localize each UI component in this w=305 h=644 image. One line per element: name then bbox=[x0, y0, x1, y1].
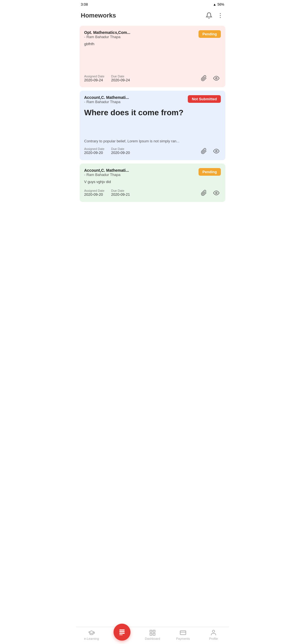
status-bar-right: ▲ 56% bbox=[213, 3, 224, 6]
profile-icon bbox=[210, 629, 217, 636]
card-3-view-icon[interactable] bbox=[212, 188, 221, 197]
nav-elearning-label: e-Learning bbox=[84, 637, 99, 640]
card-2-actions bbox=[199, 147, 221, 156]
svg-point-5 bbox=[215, 192, 217, 194]
svg-rect-13 bbox=[153, 633, 155, 635]
card-1-view-icon[interactable] bbox=[212, 74, 221, 83]
card-3-due-label: Due Date bbox=[111, 189, 130, 192]
homework-list: Opt. Mathematics,Com... - Ram Bahadur Th… bbox=[76, 23, 229, 644]
svg-rect-7 bbox=[119, 631, 125, 632]
status-bar: 3:08 ▲ 56% bbox=[76, 0, 229, 9]
card-3-status-badge: Pending bbox=[199, 168, 221, 176]
card-3-subject: Account,C. Mathemati... bbox=[84, 168, 129, 173]
nav-homeworks[interactable] bbox=[114, 629, 130, 641]
nav-payments[interactable]: Payments bbox=[175, 629, 191, 640]
nav-dashboard-label: Dashboard bbox=[145, 637, 160, 640]
card-2-header: Account,C. Mathemati... - Ram Bahadur Th… bbox=[84, 95, 221, 106]
payments-icon bbox=[179, 629, 187, 636]
card-1-actions bbox=[199, 74, 221, 83]
card-1-spacer bbox=[84, 48, 221, 71]
elearning-icon bbox=[88, 629, 95, 636]
bell-icon[interactable] bbox=[205, 12, 213, 19]
card-2-assigned: Assigned Date 2020-09-20 bbox=[84, 147, 104, 155]
svg-rect-6 bbox=[119, 630, 125, 631]
card-2-excerpt: Contrary to popular belief, Lorem Ipsum … bbox=[84, 139, 221, 143]
card-2-dates: Assigned Date 2020-09-20 Due Date 2020-0… bbox=[84, 147, 130, 155]
time: 3:08 bbox=[81, 2, 88, 6]
battery: 56% bbox=[217, 3, 224, 6]
svg-point-16 bbox=[212, 630, 215, 632]
card-1-attachment-icon[interactable] bbox=[199, 74, 208, 83]
card-3-actions bbox=[199, 188, 221, 197]
header-icons bbox=[205, 12, 224, 19]
card-3-attachment-icon[interactable] bbox=[199, 188, 208, 197]
more-icon[interactable] bbox=[216, 12, 224, 19]
card-1-teacher: - Ram Bahadur Thapa bbox=[84, 35, 130, 39]
card-1-subject: Opt. Mathematics,Com... bbox=[84, 30, 130, 35]
page-header: Homeworks bbox=[76, 9, 229, 23]
card-2-assigned-value: 2020-09-20 bbox=[84, 151, 104, 155]
card-2-status-badge: Not Submitted bbox=[188, 95, 221, 103]
card-3-dates: Assigned Date 2020-09-20 Due Date 2020-0… bbox=[84, 189, 130, 197]
signal-icon: ▲ bbox=[213, 3, 216, 6]
card-1-due-label: Due Date bbox=[111, 75, 130, 78]
card-3-body: V guys vghjv did bbox=[84, 180, 221, 184]
card-3-assigned-value: 2020-09-20 bbox=[84, 192, 104, 197]
svg-point-0 bbox=[220, 13, 221, 14]
card-2-attachment-icon[interactable] bbox=[199, 147, 208, 156]
nav-profile-label: Profile bbox=[209, 637, 218, 640]
nav-dashboard[interactable]: Dashboard bbox=[144, 629, 161, 640]
card-2-teacher: - Ram Bahadur Thapa bbox=[84, 100, 129, 104]
card-1-assigned-label: Assigned Date bbox=[84, 75, 104, 78]
card-3-teacher: - Ram Bahadur Thapa bbox=[84, 173, 129, 177]
bottom-navigation: e-Learning Dashboard bbox=[76, 627, 229, 644]
card-2-due: Due Date 2020-09-20 bbox=[111, 147, 130, 155]
card-1-due-value: 2020-09-24 bbox=[111, 78, 130, 82]
card-3-due-value: 2020-09-21 bbox=[111, 192, 130, 197]
svg-rect-9 bbox=[119, 634, 123, 635]
card-2-due-value: 2020-09-20 bbox=[111, 151, 130, 155]
card-1-footer: Assigned Date 2020-09-24 Due Date 2020-0… bbox=[84, 74, 221, 83]
card-3-due: Due Date 2020-09-21 bbox=[111, 189, 130, 197]
card-3-subject-block: Account,C. Mathemati... - Ram Bahadur Th… bbox=[84, 168, 129, 179]
svg-point-1 bbox=[220, 15, 221, 16]
homework-card-2[interactable]: Account,C. Mathemati... - Ram Bahadur Th… bbox=[80, 91, 225, 160]
card-2-view-icon[interactable] bbox=[212, 147, 221, 156]
card-3-assigned: Assigned Date 2020-09-20 bbox=[84, 189, 104, 197]
card-1-assigned-value: 2020-09-24 bbox=[84, 78, 104, 82]
card-2-spacer bbox=[84, 120, 221, 137]
card-1-assigned: Assigned Date 2020-09-24 bbox=[84, 75, 104, 82]
card-2-due-label: Due Date bbox=[111, 147, 130, 151]
card-3-assigned-label: Assigned Date bbox=[84, 189, 104, 192]
card-2-footer: Assigned Date 2020-09-20 Due Date 2020-0… bbox=[84, 147, 221, 156]
homeworks-center-button[interactable] bbox=[114, 624, 130, 641]
svg-rect-14 bbox=[180, 631, 186, 635]
card-1-body: gbfhfh bbox=[84, 42, 221, 46]
svg-rect-11 bbox=[153, 630, 155, 632]
svg-point-3 bbox=[215, 77, 217, 79]
svg-rect-8 bbox=[119, 633, 125, 634]
card-1-due: Due Date 2020-09-24 bbox=[111, 75, 130, 82]
card-1-subject-block: Opt. Mathematics,Com... - Ram Bahadur Th… bbox=[84, 30, 130, 41]
card-3-header: Account,C. Mathemati... - Ram Bahadur Th… bbox=[84, 168, 221, 179]
card-2-subject: Account,C. Mathemati... bbox=[84, 95, 129, 100]
dashboard-icon bbox=[149, 629, 156, 636]
svg-point-4 bbox=[215, 150, 217, 152]
svg-point-2 bbox=[220, 17, 221, 18]
card-2-subject-block: Account,C. Mathemati... - Ram Bahadur Th… bbox=[84, 95, 129, 106]
nav-elearning[interactable]: e-Learning bbox=[83, 629, 100, 640]
card-1-status-badge: Pending bbox=[199, 30, 221, 38]
svg-rect-10 bbox=[150, 630, 152, 632]
homework-card-1[interactable]: Opt. Mathematics,Com... - Ram Bahadur Th… bbox=[80, 26, 225, 87]
card-3-footer: Assigned Date 2020-09-20 Due Date 2020-0… bbox=[84, 188, 221, 197]
card-2-assigned-label: Assigned Date bbox=[84, 147, 104, 151]
page-title: Homeworks bbox=[81, 12, 116, 19]
card-1-header: Opt. Mathematics,Com... - Ram Bahadur Th… bbox=[84, 30, 221, 41]
card-1-dates: Assigned Date 2020-09-24 Due Date 2020-0… bbox=[84, 75, 130, 82]
homework-card-3[interactable]: Account,C. Mathemati... - Ram Bahadur Th… bbox=[80, 164, 225, 202]
nav-payments-label: Payments bbox=[176, 637, 190, 640]
svg-rect-12 bbox=[150, 633, 152, 635]
card-2-big-text: Where does it come from? bbox=[84, 108, 221, 118]
nav-profile[interactable]: Profile bbox=[205, 629, 222, 640]
